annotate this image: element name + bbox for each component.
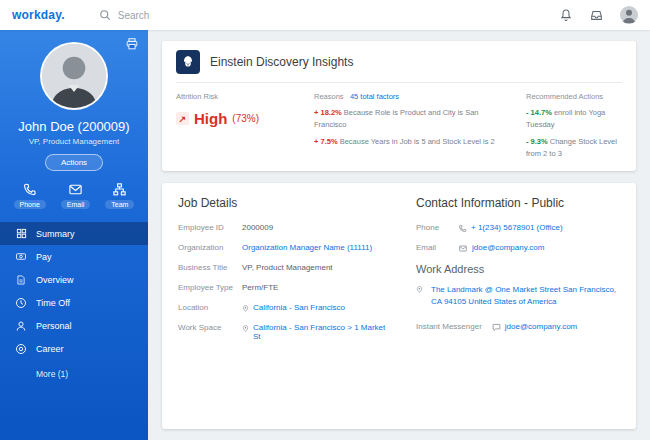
envelope-icon xyxy=(458,244,468,253)
row-label: Location xyxy=(178,303,242,312)
contact-row-email: Email jdoe@company.com xyxy=(416,243,620,252)
job-details-section: Job Details Employee ID 2000009 Organiza… xyxy=(178,196,390,417)
person-icon xyxy=(15,320,27,332)
inbox-tray-icon[interactable] xyxy=(589,8,604,23)
location-link[interactable]: California - San Francisco xyxy=(253,303,345,312)
reasons-label: Reasons xyxy=(314,92,344,101)
einstein-insights-card: Einstein Discovery Insights Attrition Ri… xyxy=(162,41,636,171)
employee-title: VP, Product Management xyxy=(0,137,148,146)
email-link[interactable]: jdoe@company.com xyxy=(472,243,544,252)
grid-icon xyxy=(15,228,27,239)
trending-up-icon: ↗ xyxy=(176,112,189,125)
phone-link[interactable]: + 1(234) 5678901 (Office) xyxy=(471,223,563,232)
sidebar-item-label: Summary xyxy=(36,229,75,239)
row-label: Phone xyxy=(416,223,458,232)
quick-action-label: Phone xyxy=(14,200,46,209)
row-value: Perm/FTE xyxy=(242,283,278,292)
sidebar-item-label: Time Off xyxy=(36,298,70,308)
sidebar-item-label: Career xyxy=(36,344,64,354)
row-label: Business Title xyxy=(178,263,242,272)
recommended-delta: - 14.7% xyxy=(526,108,552,117)
contact-information-section: Contact Information - Public Phone + 1(2… xyxy=(416,196,620,417)
contact-information-title: Contact Information - Public xyxy=(416,196,620,210)
recommended-actions-label: Recommended Actions xyxy=(526,92,622,101)
detail-row-organization: Organization Organization Manager Name (… xyxy=(178,243,390,252)
profile-sidebar: John Doe (200009) VP, Product Management… xyxy=(0,30,148,440)
location-pin-icon xyxy=(242,324,249,333)
contact-row-instant-messenger: Instant Messenger jdoe@company.com xyxy=(416,322,620,331)
phone-icon xyxy=(22,182,37,197)
team-org-chart-icon xyxy=(112,182,127,197)
details-card: Job Details Employee ID 2000009 Organiza… xyxy=(162,183,636,430)
workday-logo[interactable]: workday. xyxy=(12,8,65,22)
detail-row-employee-type: Employee Type Perm/FTE xyxy=(178,283,390,292)
main-content: Einstein Discovery Insights Attrition Ri… xyxy=(148,30,650,440)
reason-item: + 18.2% Because Role is Product and City… xyxy=(314,107,504,130)
sidebar-item-summary[interactable]: Summary xyxy=(0,222,148,245)
attrition-risk-value: High xyxy=(194,110,227,127)
sidebar-more-link[interactable]: More (1) xyxy=(0,369,148,379)
reason-delta: + 18.2% xyxy=(314,108,342,117)
insights-title: Einstein Discovery Insights xyxy=(210,55,353,69)
einstein-icon xyxy=(176,50,200,74)
detail-row-location: Location California - San Francisco xyxy=(178,303,390,312)
row-label: Employee Type xyxy=(178,283,242,292)
employee-photo xyxy=(40,42,108,110)
top-bar: workday. xyxy=(0,0,650,30)
row-label: Organization xyxy=(178,243,242,252)
chat-bubble-icon xyxy=(492,323,501,332)
sidebar-item-personal[interactable]: Personal xyxy=(0,314,148,337)
notifications-bell-icon[interactable] xyxy=(558,8,573,23)
user-avatar[interactable] xyxy=(620,6,638,24)
document-icon xyxy=(15,274,27,286)
sidebar-item-time-off[interactable]: Time Off xyxy=(0,291,148,314)
sidebar-item-label: Personal xyxy=(36,321,72,331)
quick-action-label: Email xyxy=(61,200,91,209)
detail-row-business-title: Business Title VP, Product Management xyxy=(178,263,390,272)
work-address-title: Work Address xyxy=(416,263,620,275)
quick-action-phone[interactable]: Phone xyxy=(14,182,46,209)
phone-handset-icon xyxy=(458,224,467,233)
instant-messenger-link[interactable]: jdoe@company.com xyxy=(505,322,577,331)
location-pin-icon xyxy=(242,304,249,313)
row-label: Instant Messenger xyxy=(416,322,482,331)
quick-action-team[interactable]: Team xyxy=(105,182,134,209)
reason-text: Because Years in Job is 5 and Stock Leve… xyxy=(340,137,495,146)
location-pin-icon xyxy=(416,285,423,311)
sidebar-item-pay[interactable]: Pay xyxy=(0,245,148,268)
row-label: Work Space xyxy=(178,323,242,332)
recommended-delta: - 9.3% xyxy=(526,137,548,146)
banknote-icon xyxy=(15,251,27,262)
total-factors-link[interactable]: 45 total factors xyxy=(350,92,399,101)
target-icon xyxy=(15,343,27,355)
row-value: VP, Product Management xyxy=(242,263,333,272)
attrition-risk-percent: (73%) xyxy=(232,113,259,124)
sidebar-nav: Summary Pay Overview Time Off Personal xyxy=(0,222,148,360)
row-label: Email xyxy=(416,243,458,252)
sidebar-item-label: Pay xyxy=(36,252,52,262)
attrition-risk-label: Attrition Risk xyxy=(176,92,292,101)
job-details-title: Job Details xyxy=(178,196,390,210)
employee-name: John Doe (200009) xyxy=(0,119,148,134)
clock-icon xyxy=(15,297,27,309)
quick-action-email[interactable]: Email xyxy=(61,182,91,209)
sidebar-item-label: Overview xyxy=(36,275,74,285)
search-bar[interactable] xyxy=(99,9,248,21)
actions-button[interactable]: Actions xyxy=(45,154,103,171)
sidebar-item-career[interactable]: Career xyxy=(0,337,148,360)
search-input[interactable] xyxy=(118,10,248,21)
quick-action-label: Team xyxy=(105,200,134,209)
detail-row-work-space: Work Space California - San Francisco > … xyxy=(178,323,390,341)
contact-row-phone: Phone + 1(234) 5678901 (Office) xyxy=(416,223,620,232)
sidebar-item-overview[interactable]: Overview xyxy=(0,268,148,291)
row-label: Employee ID xyxy=(178,223,242,232)
search-icon xyxy=(99,9,111,21)
work-space-link[interactable]: California - San Francisco > 1 Market St xyxy=(253,323,390,341)
reason-item: + 7.5% Because Years in Job is 5 and Sto… xyxy=(314,136,504,148)
detail-row-employee-id: Employee ID 2000009 xyxy=(178,223,390,232)
reason-delta: + 7.5% xyxy=(314,137,338,146)
print-icon[interactable] xyxy=(125,37,139,51)
recommended-item: - 9.3% Change Stock Level from 2 to 3 xyxy=(526,136,622,159)
work-address-link[interactable]: The Landmark @ One Market Street San Fra… xyxy=(431,284,620,310)
organization-link[interactable]: Organization Manager Name (11111) xyxy=(242,243,372,252)
